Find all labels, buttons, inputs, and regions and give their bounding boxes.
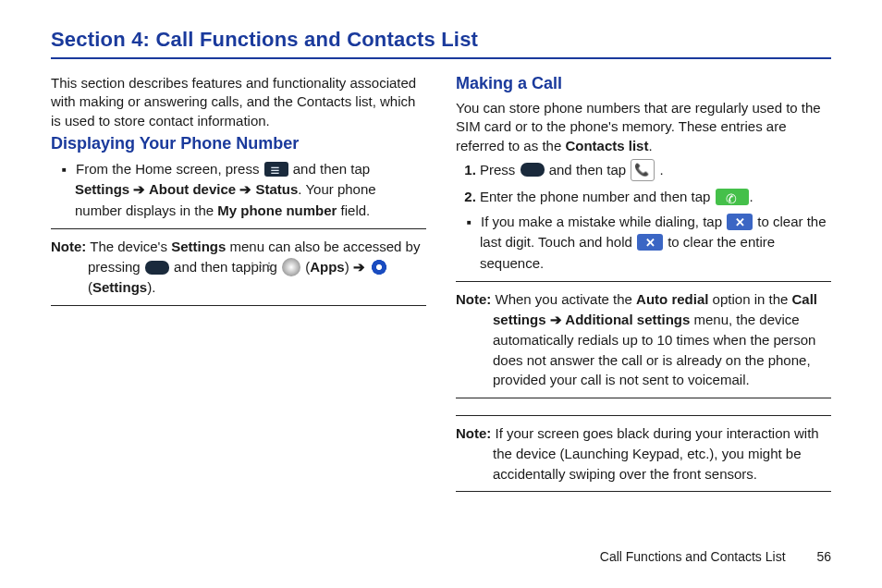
mistake-bullet: If you make a mistake while dialing, tap… [474,212,831,275]
text: and then tap [549,162,631,178]
additional-settings-label: Additional settings [565,312,690,327]
page-number: 56 [816,549,831,564]
divider [456,281,831,282]
status-label: Status [256,181,299,197]
page-footer: Call Functions and Contacts List 56 [600,549,831,564]
my-phone-number-label: My phone number [217,202,337,218]
heading-making-call: Making a Call [456,74,831,93]
contacts-list-label: Contacts list [565,138,648,153]
delete-digit-icon [727,214,753,230]
display-bullets: From the Home screen, press and then tap… [51,159,426,222]
call-green-icon [716,189,749,205]
divider [51,305,426,306]
arrow-icon: ➔ [236,181,255,197]
text: Enter the phone number and then tap [480,189,715,204]
text: The device's [86,239,171,254]
phone-keypad-icon [631,159,655,181]
text: option in the [708,291,791,307]
footer-text: Call Functions and Contacts List [600,549,786,564]
text: and then tap [293,161,370,177]
step-1: Press and then tap . [480,159,831,182]
text: Press [480,162,520,178]
settings-label: Settings [75,181,129,197]
title-rule [51,57,831,59]
settings-gear-icon [370,258,388,276]
auto-redial-label: Auto redial [636,291,708,307]
text: From the Home screen, press [76,161,263,177]
text: If you make a mistake while dialing, tap [481,214,726,229]
apps-label: Apps [310,259,345,275]
apps-grid-icon [282,258,300,276]
delete-digit-icon [637,234,663,251]
arrow-icon: ➔ [129,181,149,197]
note-label: Note: [456,425,491,441]
text: When you activate the [491,291,636,307]
divider [456,415,831,416]
about-device-label: About device [149,181,236,197]
display-bullet-1: From the Home screen, press and then tap… [69,159,426,222]
text: field. [337,202,370,218]
settings-bold: Settings [171,239,226,254]
content-columns: This section describes features and func… [51,70,831,499]
mistake-bullet-list: If you make a mistake while dialing, tap… [456,212,831,275]
home-icon [521,163,545,177]
settings-label: Settings [92,279,147,295]
divider [456,398,831,398]
making-call-steps: Press and then tap . Enter the phone num… [456,159,831,208]
menu-icon [264,162,288,177]
note-black-screen: Note: If your screen goes black during y… [456,423,831,484]
note-auto-redial: Note: When you activate the Auto redial … [456,289,831,390]
note-label: Note: [456,291,491,307]
arrow-icon: ➔ [349,259,369,275]
divider [51,228,426,229]
intro-paragraph: This section describes features and func… [51,74,426,130]
home-icon [145,261,169,275]
note-settings-access: Note: The device's Settings menu can als… [51,237,426,298]
divider [456,491,831,492]
making-call-intro: You can store phone numbers that are reg… [456,99,831,155]
right-column: Making a Call You can store phone number… [456,70,831,499]
arrow-icon: ➔ [546,312,566,327]
heading-displaying: Displaying Your Phone Number [51,134,426,153]
section-title: Section 4: Call Functions and Contacts L… [51,28,831,52]
text: If your screen goes black during your in… [491,425,818,482]
note-label: Note: [51,239,86,254]
step-2: Enter the phone number and then tap . [480,186,831,208]
left-column: This section describes features and func… [51,70,426,499]
